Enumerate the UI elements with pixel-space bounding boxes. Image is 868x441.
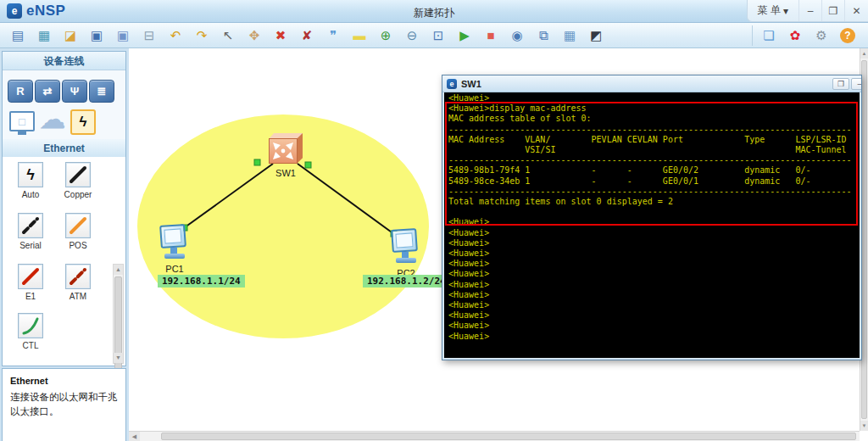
scroll-down-icon[interactable]: ▼	[114, 353, 123, 363]
zoom-out-icon[interactable]: ⊖	[403, 26, 421, 45]
scroll-up-icon[interactable]: ▲	[860, 48, 868, 59]
pos-line	[71, 219, 85, 232]
color-note-icon[interactable]: ▬	[350, 25, 369, 44]
console-minimize-button[interactable]: –	[851, 78, 862, 90]
lightning-icon: ϟ	[26, 167, 35, 182]
stop-device-icon[interactable]: ■	[481, 25, 500, 44]
console-screen[interactable]: <Huawei> <Huawei>display mac-address MAC…	[444, 92, 860, 358]
text-note-icon[interactable]: ❞	[324, 26, 342, 45]
select-icon[interactable]: ↖	[219, 26, 237, 45]
serial-line	[24, 219, 37, 232]
link-sw1-pc2[interactable]	[298, 164, 398, 237]
menu-label: 菜 单	[758, 3, 781, 18]
forum-icon[interactable]: ❏	[760, 26, 778, 45]
port-status-icon	[254, 159, 260, 165]
grid-view-icon[interactable]: ▦	[560, 26, 579, 45]
huawei-logo-icon[interactable]: ✿	[786, 26, 804, 45]
firewall-icon[interactable]: ≣	[89, 80, 114, 103]
scrollbar-thumb[interactable]	[161, 433, 856, 440]
e1-link-icon[interactable]	[18, 264, 43, 289]
minimize-button[interactable]: –	[799, 0, 822, 21]
main-toolbar: ▤▦◪▣▣⊟↶↷↖✥✖✘❞▬⊕⊖⊡▶■◉⧉▦◩ ❏✿⚙?	[0, 23, 868, 48]
chevron-down-icon: ▾	[783, 5, 788, 17]
ensp-logo-icon: e	[447, 79, 457, 89]
switch-arrows-icon	[273, 142, 293, 159]
topology-canvas[interactable]: SW1 PC1 192.168.1.1/24 PC2 192.168.1.2/2…	[129, 48, 868, 441]
scroll-left-icon[interactable]: ◀	[129, 432, 140, 441]
save-as-icon[interactable]: ▣	[114, 26, 132, 45]
toolbar-left-group: ▤▦◪▣▣⊟↶↷↖✥✖✘❞▬⊕⊖⊡▶■◉⧉▦◩	[8, 25, 613, 45]
ctl-curve	[24, 319, 37, 333]
window-title: 新建拓扑	[0, 6, 868, 20]
description-text: 连接设备的以太网和千兆以太接口。	[10, 390, 118, 420]
redo-icon[interactable]: ↷	[192, 26, 211, 45]
scroll-down-icon[interactable]: ▼	[860, 421, 868, 431]
switch-node-sw1[interactable]	[269, 133, 303, 164]
restore-button[interactable]: ❐	[822, 0, 845, 21]
scroll-up-icon[interactable]: ▲	[114, 265, 123, 275]
switch-icon	[269, 138, 298, 164]
open-topology-icon[interactable]: ◪	[61, 26, 80, 45]
cloud-icon[interactable]: ☁	[40, 108, 65, 131]
window-controls: 菜 单 ▾ – ❐ ✕	[747, 0, 868, 22]
connection-icon[interactable]: ϟ	[70, 109, 96, 135]
ip-label-pc1: 192.168.1.1/24	[158, 275, 245, 287]
canvas-horizontal-scrollbar[interactable]: ◀	[129, 431, 860, 441]
device-panel: 设备连线 R ⇄ Ψ ≣ □ ☁ ϟ Ethernet ϟ Auto Coppe…	[2, 51, 126, 366]
eth-item-label: CTL	[11, 341, 50, 350]
console-window-icon[interactable]: ◩	[587, 26, 605, 45]
console-restore-button[interactable]: ❐	[832, 78, 849, 90]
eth-item-label: ATM	[58, 292, 97, 301]
close-button[interactable]: ✕	[845, 0, 868, 21]
atm-line	[71, 270, 85, 283]
pos-link-icon[interactable]	[65, 213, 91, 238]
pc-screen	[164, 228, 181, 243]
console-titlebar[interactable]: e SW1 ❐ –	[442, 75, 861, 92]
console-title: SW1	[461, 79, 481, 89]
eth-item-label: Auto	[11, 190, 50, 199]
pc-base	[164, 254, 185, 259]
print-icon[interactable]: ⊟	[140, 26, 159, 45]
ctl-link-icon[interactable]	[18, 313, 43, 338]
new-topology-icon[interactable]: ▤	[8, 26, 27, 45]
atm-link-icon[interactable]	[65, 264, 91, 289]
toolbar-right-group: ❏✿⚙?	[752, 25, 865, 46]
scrollbar-thumb[interactable]	[861, 60, 867, 419]
pc-stand	[402, 252, 409, 258]
pan-icon[interactable]: ✥	[245, 26, 264, 45]
device-panel-title: 设备连线	[3, 52, 125, 70]
port-status-icon	[305, 162, 311, 168]
pc-node-pc1[interactable]	[157, 225, 192, 264]
snapshot-icon[interactable]: ⊡	[429, 26, 448, 45]
wlan-icon[interactable]: Ψ	[62, 80, 87, 103]
new-test-case-icon[interactable]: ▦	[35, 26, 53, 45]
packet-capture-icon[interactable]: ◉	[508, 26, 526, 45]
sidebar-scrollbar[interactable]: ▲ ▼	[113, 264, 124, 364]
auto-link-icon[interactable]: ϟ	[18, 162, 43, 187]
console-window-sw1[interactable]: e SW1 ❐ – <Huawei> <Huawei>display mac-a…	[442, 75, 862, 360]
settings-icon[interactable]: ⚙	[812, 26, 831, 45]
pc-stand	[170, 248, 177, 254]
start-device-icon[interactable]: ▶	[455, 26, 474, 45]
delete-icon[interactable]: ✖	[271, 26, 290, 45]
window-titlebar: e eNSP 新建拓扑 菜 单 ▾ – ❐ ✕	[0, 0, 868, 23]
undo-icon[interactable]: ↶	[166, 26, 185, 45]
node-label-sw1: SW1	[269, 168, 303, 178]
serial-link-icon[interactable]	[18, 213, 43, 238]
topology-view-icon[interactable]: ⧉	[534, 26, 553, 45]
eth-item-label: Copper	[58, 190, 97, 199]
pc-icon	[159, 224, 186, 248]
help-icon[interactable]: ?	[840, 28, 855, 43]
router-icon[interactable]: R	[8, 80, 33, 103]
save-icon[interactable]: ▣	[87, 26, 106, 45]
copper-link-icon[interactable]	[65, 162, 91, 187]
terminal-device-icon[interactable]: □	[9, 111, 35, 131]
delete-link-icon[interactable]: ✘	[298, 26, 316, 45]
switch-icon[interactable]: ⇄	[35, 80, 60, 103]
pc-node-pc2[interactable]	[388, 229, 424, 268]
terminal-output[interactable]: <Huawei> <Huawei>display mac-address MAC…	[444, 92, 860, 342]
link-sw1-pc1[interactable]	[181, 164, 273, 230]
menu-button[interactable]: 菜 单 ▾	[748, 0, 799, 21]
zoom-in-icon[interactable]: ⊕	[376, 26, 395, 45]
e1-line	[24, 270, 37, 283]
